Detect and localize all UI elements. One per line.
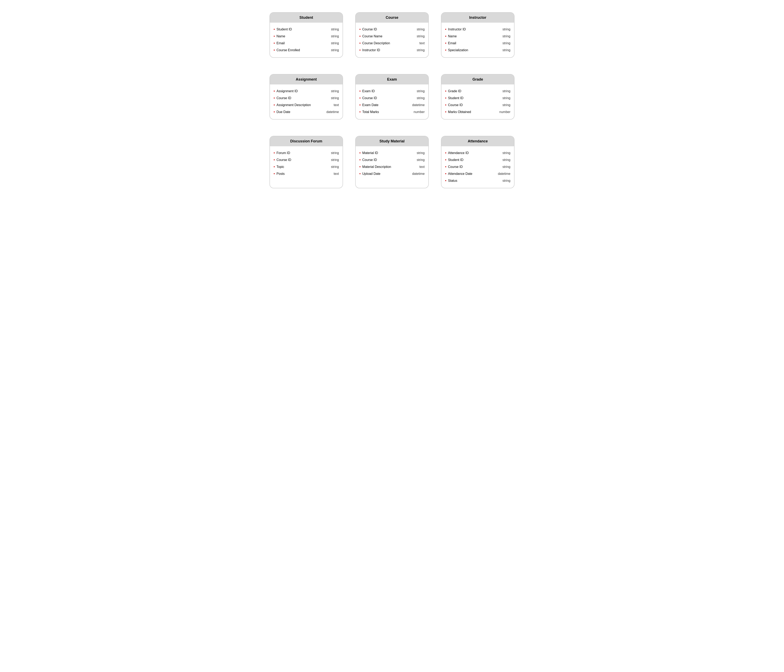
- bullet-icon: •: [445, 48, 446, 52]
- field-name: • Course ID: [274, 158, 291, 162]
- bullet-icon: •: [359, 96, 361, 100]
- table-row: • Marks Obtained number: [445, 109, 510, 115]
- field-name: • Email: [274, 42, 285, 45]
- instructor-entity: Instructor • Instructor ID string • Name…: [441, 12, 515, 58]
- field-name: • Status: [445, 179, 457, 183]
- table-row: • Course Enrolled string: [274, 47, 339, 54]
- table-row: • Upload Date datetime: [359, 170, 425, 177]
- table-row: • Assignment Description text: [274, 102, 339, 109]
- field-name: • Student ID: [274, 28, 292, 31]
- table-row: • Course ID string: [359, 26, 425, 33]
- table-row: • Course ID string: [274, 95, 339, 102]
- bullet-icon: •: [359, 172, 361, 175]
- field-name: • Student ID: [445, 158, 464, 162]
- field-name: • Name: [445, 34, 457, 38]
- bullet-icon: •: [359, 42, 361, 45]
- bullet-icon: •: [359, 48, 361, 52]
- bullet-icon: •: [274, 28, 275, 31]
- bullet-icon: •: [274, 103, 275, 107]
- table-row: • Attendance Date datetime: [445, 170, 510, 177]
- table-row: • Student ID string: [274, 26, 339, 33]
- bullet-icon: •: [274, 151, 275, 155]
- table-row: • Name string: [274, 33, 339, 40]
- field-name: • Attendance ID: [445, 151, 469, 155]
- field-name: • Course ID: [445, 165, 463, 169]
- bullet-icon: •: [274, 110, 275, 114]
- study-material-entity-body: • Material ID string • Course ID string …: [356, 146, 428, 181]
- table-row: • Exam ID string: [359, 88, 425, 95]
- field-name: • Exam Date: [359, 103, 378, 107]
- field-name: • Posts: [274, 172, 285, 175]
- table-row: • Student ID string: [445, 95, 510, 102]
- field-name: • Course ID: [274, 96, 291, 100]
- table-row: • Course ID string: [359, 157, 425, 163]
- student-entity-header: Student: [270, 12, 342, 23]
- table-row: • Material ID string: [359, 149, 425, 157]
- student-entity-body: • Student ID string • Name string • Emai: [270, 23, 342, 57]
- table-row: • Forum ID string: [274, 149, 339, 157]
- discussion-forum-entity-header: Discussion Forum: [270, 136, 342, 146]
- field-name: • Due Date: [274, 110, 290, 114]
- field-name: • Instructor ID: [445, 28, 466, 31]
- bullet-icon: •: [274, 42, 275, 45]
- attendance-entity-body: • Attendance ID string • Student ID stri…: [442, 146, 514, 188]
- student-entity: Student • Student ID string • Name strin…: [269, 12, 343, 58]
- course-entity: Course • Course ID string • Course Name …: [355, 12, 429, 58]
- bullet-icon: •: [445, 89, 446, 93]
- field-name: • Marks Obtained: [445, 110, 471, 114]
- table-row: • Grade ID string: [445, 88, 510, 95]
- field-name: • Specialization: [445, 48, 468, 52]
- bullet-icon: •: [445, 172, 446, 175]
- table-row: • Student ID string: [445, 157, 510, 163]
- bullet-icon: •: [445, 151, 446, 155]
- field-name: • Course ID: [359, 158, 377, 162]
- bullet-icon: •: [359, 103, 361, 107]
- field-name: • Upload Date: [359, 172, 380, 175]
- bullet-icon: •: [359, 110, 361, 114]
- field-name: • Email: [445, 42, 456, 45]
- table-row: • Course ID string: [274, 157, 339, 163]
- field-name: • Grade ID: [445, 89, 461, 93]
- bullet-icon: •: [445, 165, 446, 169]
- field-name: • Material Description: [359, 165, 391, 169]
- assignment-entity-header: Assignment: [270, 74, 342, 84]
- instructor-entity-body: • Instructor ID string • Name string • E: [442, 23, 514, 57]
- bullet-icon: •: [445, 34, 446, 38]
- bullet-icon: •: [445, 103, 446, 107]
- table-row: • Email string: [445, 40, 510, 47]
- bullet-icon: •: [274, 158, 275, 162]
- table-row: • Instructor ID string: [445, 26, 510, 33]
- field-name: • Material ID: [359, 151, 378, 155]
- table-row: • Course Name string: [359, 33, 425, 40]
- field-name: • Student ID: [445, 96, 464, 100]
- table-row: • Name string: [445, 33, 510, 40]
- field-name: • Exam ID: [359, 89, 375, 93]
- grade-entity: Grade • Grade ID string • Student ID str…: [441, 74, 515, 120]
- bullet-icon: •: [274, 48, 275, 52]
- field-name: • Name: [274, 34, 285, 38]
- table-row: • Material Description text: [359, 163, 425, 170]
- course-entity-header: Course: [356, 12, 428, 23]
- field-name: • Course ID: [359, 96, 377, 100]
- exam-entity-body: • Exam ID string • Course ID string • Ex: [356, 84, 428, 119]
- table-row: • Due Date datetime: [274, 109, 339, 115]
- table-row: • Course ID string: [359, 95, 425, 102]
- discussion-forum-entity-body: • Forum ID string • Course ID string • T: [270, 146, 342, 181]
- grade-entity-body: • Grade ID string • Student ID string •: [442, 84, 514, 119]
- grade-entity-header: Grade: [442, 74, 514, 84]
- bullet-icon: •: [445, 158, 446, 162]
- table-row: • Attendance ID string: [445, 149, 510, 157]
- table-row: • Assignment ID string: [274, 88, 339, 95]
- table-row: • Course ID string: [445, 163, 510, 170]
- discussion-forum-entity: Discussion Forum • Forum ID string • Cou…: [269, 136, 343, 188]
- field-name: • Course Name: [359, 34, 383, 38]
- attendance-entity: Attendance • Attendance ID string • Stud…: [441, 136, 515, 188]
- table-row: • Instructor ID string: [359, 47, 425, 54]
- instructor-entity-header: Instructor: [442, 12, 514, 23]
- bullet-icon: •: [274, 34, 275, 38]
- table-row: • Topic string: [274, 163, 339, 170]
- table-row: • Course Description text: [359, 40, 425, 47]
- bullet-icon: •: [359, 28, 361, 31]
- field-name: • Assignment Description: [274, 103, 311, 107]
- field-name: • Course ID: [359, 28, 377, 31]
